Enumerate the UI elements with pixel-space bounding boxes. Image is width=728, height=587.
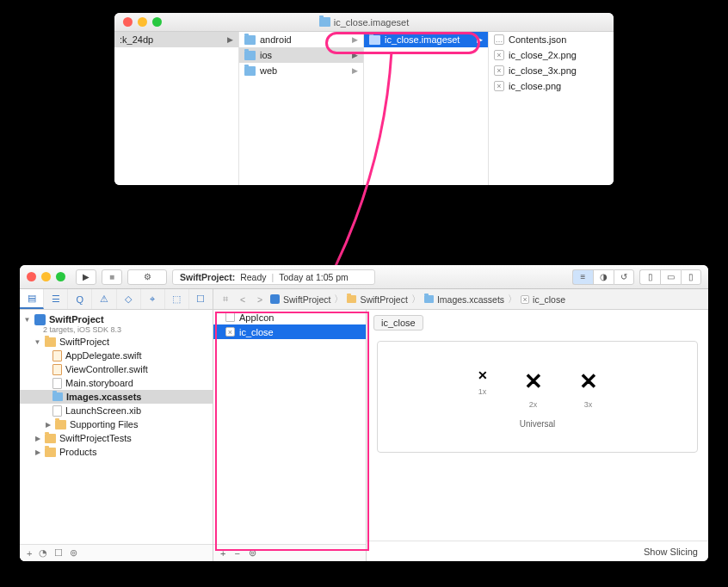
asset-label: ic_close bbox=[239, 327, 361, 337]
folder-icon bbox=[45, 434, 56, 443]
disclosure-triangle-icon[interactable]: ▶ bbox=[44, 421, 52, 429]
idiom-label: Universal bbox=[520, 419, 556, 429]
slot-label: 2x bbox=[529, 400, 538, 409]
jump-bar[interactable]: ⌗ < > SwiftProject 〉 SwiftProject 〉 Imag… bbox=[213, 289, 708, 309]
breadcrumb-item[interactable]: SwiftProject bbox=[347, 294, 407, 305]
finder-titlebar: ic_close.imageset bbox=[114, 13, 614, 32]
toggle-debug-button[interactable]: ▭ bbox=[660, 269, 681, 285]
breadcrumb-item[interactable]: SwiftProject bbox=[270, 294, 330, 305]
version-editor-button[interactable]: ↺ bbox=[614, 269, 634, 285]
target-icon: ⚙ bbox=[144, 272, 151, 281]
run-button[interactable]: ▶ bbox=[76, 269, 96, 285]
filter-scm-icon[interactable]: ☐ bbox=[54, 547, 63, 559]
breadcrumb-label: Images.xcassets bbox=[437, 294, 504, 305]
breadcrumb-label: SwiftProject bbox=[283, 294, 330, 305]
back-button[interactable]: < bbox=[236, 294, 250, 305]
disclosure-triangle-icon[interactable]: ▶ bbox=[34, 448, 41, 456]
tree-label: Products bbox=[59, 447, 96, 457]
asset-detail-title-label: ic_close bbox=[381, 318, 416, 328]
finder-item[interactable]: × ic_close.png bbox=[489, 78, 614, 94]
assistant-editor-button[interactable]: ◑ bbox=[593, 269, 614, 285]
image-preview-icon: ✕ bbox=[478, 368, 488, 382]
standard-editor-button[interactable]: ≡ bbox=[572, 269, 593, 285]
finder-item[interactable]: android ▶ bbox=[239, 32, 363, 47]
related-items-button[interactable]: ⌗ bbox=[219, 294, 232, 305]
finder-item[interactable]: × ic_close_2x.png bbox=[489, 47, 614, 63]
asset-slot-3x[interactable]: ✕ 3x bbox=[579, 368, 598, 409]
tree-file[interactable]: ViewController.swift bbox=[20, 362, 213, 376]
slot-label: 1x bbox=[478, 387, 487, 396]
add-asset-button[interactable]: + bbox=[220, 548, 225, 559]
finder-item[interactable]: … Contents.json bbox=[489, 32, 614, 47]
project-navigator-tab[interactable]: ▤ bbox=[20, 289, 44, 309]
asset-item-selected[interactable]: × ic_close bbox=[213, 324, 366, 339]
chevron-right-icon: ▶ bbox=[227, 35, 233, 44]
tree-group[interactable]: ▶ Products bbox=[20, 445, 213, 459]
finder-item[interactable]: :k_24dp ▶ bbox=[114, 32, 238, 47]
remove-asset-button[interactable]: − bbox=[234, 548, 239, 559]
finder-item[interactable]: ios ▶ bbox=[239, 47, 363, 63]
close-icon[interactable] bbox=[123, 17, 133, 27]
filter-recent-icon[interactable]: ◔ bbox=[39, 547, 47, 559]
tree-group[interactable]: ▶ SwiftProjectTests bbox=[20, 431, 213, 445]
breadcrumb-item[interactable]: Images.xcassets bbox=[424, 294, 504, 305]
folder-icon bbox=[369, 35, 380, 45]
stop-button[interactable]: ■ bbox=[102, 269, 122, 285]
navigator-footer: + ◔ ☐ ⊚ bbox=[20, 544, 213, 561]
tree-file[interactable]: LaunchScreen.xib bbox=[20, 404, 213, 417]
disclosure-triangle-icon[interactable]: ▶ bbox=[34, 435, 41, 442]
finder-item[interactable]: × ic_close_3x.png bbox=[489, 63, 614, 78]
tree-group[interactable]: ▼ SwiftProject bbox=[20, 335, 213, 349]
asset-item[interactable]: AppIcon bbox=[213, 310, 366, 324]
image-preview-icon: ✕ bbox=[579, 368, 598, 395]
close-icon[interactable] bbox=[27, 272, 36, 281]
show-slicing-button[interactable]: Show Slicing bbox=[644, 547, 698, 557]
asset-slot-1x[interactable]: ✕ 1x bbox=[478, 368, 488, 409]
report-navigator-tab[interactable]: ☐ bbox=[189, 289, 213, 309]
minimize-icon[interactable] bbox=[41, 272, 51, 281]
filter-field[interactable]: ⊚ bbox=[70, 547, 77, 559]
filter-asset-field[interactable]: ⊚ bbox=[249, 547, 256, 559]
scheme-dropdown[interactable]: ⚙ bbox=[127, 269, 167, 285]
folder-icon bbox=[244, 66, 256, 76]
debug-navigator-tab[interactable]: ⌖ bbox=[141, 289, 165, 309]
issue-navigator-tab[interactable]: ⚠ bbox=[92, 289, 116, 309]
chevron-right-icon: ▶ bbox=[352, 35, 358, 44]
imageset-icon: × bbox=[521, 295, 529, 304]
status-time: Today at 1:05 pm bbox=[279, 272, 349, 282]
project-root[interactable]: ▼ SwiftProject bbox=[20, 312, 213, 326]
add-button[interactable]: + bbox=[27, 548, 32, 559]
folder-icon bbox=[55, 420, 66, 429]
tree-file[interactable]: AppDelegate.swift bbox=[20, 349, 213, 362]
asset-detail-canvas: ic_close ✕ 1x ✕ 2x ✕ 3x bbox=[367, 310, 708, 561]
breadcrumb-label: SwiftProject bbox=[360, 294, 407, 305]
zoom-icon[interactable] bbox=[56, 272, 65, 281]
minimize-icon[interactable] bbox=[138, 17, 147, 27]
view-toggle-group: ▯ ▭ ▯ bbox=[639, 269, 701, 285]
finder-col-1: android ▶ ios ▶ web ▶ bbox=[239, 32, 364, 185]
toggle-navigator-button[interactable]: ▯ bbox=[639, 269, 660, 285]
tree-group[interactable]: ▶ Supporting Files bbox=[20, 417, 213, 431]
finder-item[interactable]: web ▶ bbox=[239, 63, 363, 78]
zoom-icon[interactable] bbox=[152, 17, 162, 27]
disclosure-triangle-icon[interactable]: ▼ bbox=[34, 338, 41, 346]
toggle-utilities-button[interactable]: ▯ bbox=[681, 269, 701, 285]
project-subtitle: 2 targets, iOS SDK 8.3 bbox=[43, 325, 213, 335]
image-file-icon: × bbox=[494, 81, 504, 91]
symbol-navigator-tab[interactable]: ☰ bbox=[44, 289, 68, 309]
tree-file[interactable]: Main.storyboard bbox=[20, 376, 213, 390]
tree-file-selected[interactable]: Images.xcassets bbox=[20, 390, 213, 404]
tree-label: LaunchScreen.xib bbox=[65, 405, 141, 416]
chevron-right-icon: ▶ bbox=[352, 66, 358, 75]
appicon-icon bbox=[225, 312, 235, 322]
tree-label: Supporting Files bbox=[70, 419, 139, 429]
disclosure-triangle-icon[interactable]: ▼ bbox=[23, 316, 31, 324]
find-navigator-tab[interactable]: Q bbox=[68, 289, 92, 309]
asset-slot-2x[interactable]: ✕ 2x bbox=[524, 368, 543, 409]
project-navigator: ▼ SwiftProject 2 targets, iOS SDK 8.3 ▼ … bbox=[20, 310, 213, 561]
test-navigator-tab[interactable]: ◇ bbox=[117, 289, 141, 309]
forward-button[interactable]: > bbox=[253, 294, 267, 305]
breakpoint-navigator-tab[interactable]: ⬚ bbox=[165, 289, 189, 309]
breadcrumb-item[interactable]: × ic_close bbox=[521, 294, 565, 305]
finder-item-selected[interactable]: ic_close.imageset ▶ bbox=[364, 32, 488, 47]
